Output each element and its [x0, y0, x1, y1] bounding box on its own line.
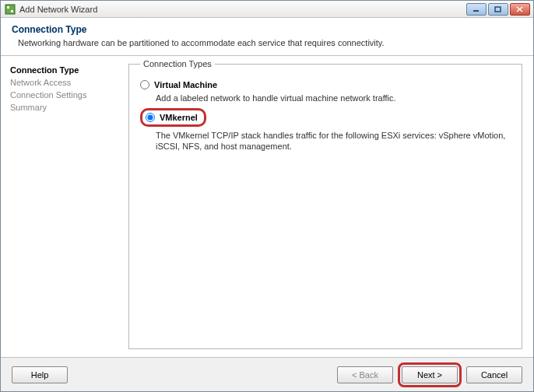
window-title: Add Network Wizard — [19, 5, 466, 14]
option-vm-desc: Add a labeled network to handle virtual … — [156, 93, 511, 103]
cancel-button[interactable]: Cancel — [466, 366, 522, 383]
option-vmkernel-desc: The VMkernel TCP/IP stack handles traffi… — [156, 130, 511, 152]
connection-types-group: Connection Types Virtual Machine Add a l… — [128, 64, 522, 349]
app-icon — [4, 3, 16, 16]
minimize-button[interactable] — [466, 3, 487, 16]
radio-vmkernel-label: VMkernel — [160, 113, 198, 122]
radio-vmkernel[interactable] — [146, 113, 155, 122]
wizard-header: Connection Type Networking hardware can … — [1, 18, 533, 56]
radio-vm-row[interactable]: Virtual Machine — [140, 80, 511, 89]
next-button[interactable]: Next > — [402, 366, 458, 383]
page-subtitle: Networking hardware can be partitioned t… — [18, 38, 522, 47]
close-button[interactable] — [510, 3, 530, 16]
help-button[interactable]: Help — [12, 366, 68, 383]
svg-rect-0 — [5, 5, 15, 14]
nav-step-summary[interactable]: Summary — [10, 101, 118, 114]
step-nav: Connection Type Network Access Connectio… — [1, 56, 125, 357]
maximize-button[interactable] — [488, 3, 508, 16]
back-button[interactable]: < Back — [337, 366, 393, 383]
page-title: Connection Type — [12, 24, 522, 35]
wizard-window: Add Network Wizard Connection Type Netwo… — [0, 0, 534, 392]
content-panel: Connection Types Virtual Machine Add a l… — [125, 56, 533, 357]
svg-rect-2 — [11, 10, 13, 12]
option-virtual-machine: Virtual Machine Add a labeled network to… — [140, 80, 511, 103]
radio-vm-label: Virtual Machine — [154, 80, 217, 89]
nav-step-connection-settings[interactable]: Connection Settings — [10, 89, 118, 101]
highlight-vmkernel: VMkernel — [140, 108, 206, 127]
svg-rect-4 — [495, 7, 501, 12]
option-vmkernel: VMkernel The VMkernel TCP/IP stack handl… — [140, 108, 511, 152]
wizard-body: Connection Type Network Access Connectio… — [1, 56, 533, 357]
radio-vm[interactable] — [140, 80, 149, 89]
svg-rect-1 — [7, 6, 9, 9]
highlight-next: Next > — [398, 362, 462, 387]
radio-vmkernel-row[interactable]: VMkernel — [146, 113, 198, 122]
wizard-footer: Help < Back Next > Cancel — [1, 357, 533, 391]
nav-step-network-access[interactable]: Network Access — [10, 76, 118, 89]
titlebar: Add Network Wizard — [1, 1, 533, 18]
group-legend: Connection Types — [140, 59, 215, 68]
window-controls — [466, 3, 530, 16]
nav-step-connection-type[interactable]: Connection Type — [10, 64, 118, 76]
